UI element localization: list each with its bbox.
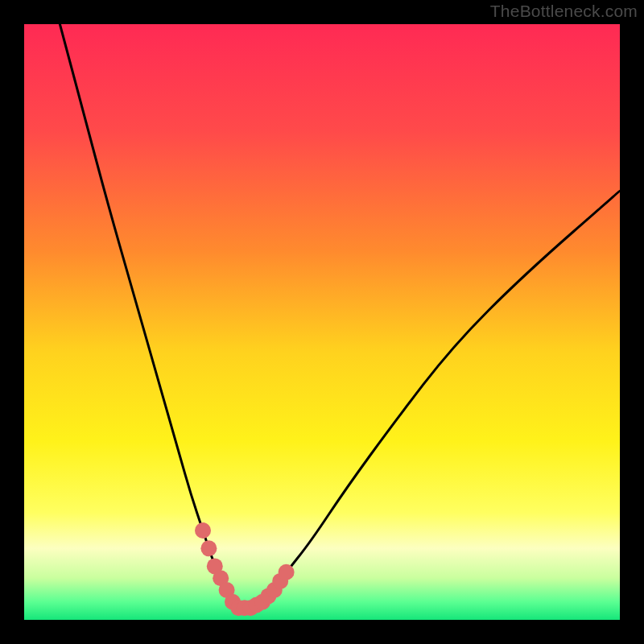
plot-area bbox=[24, 24, 620, 620]
chart-svg bbox=[24, 24, 620, 620]
gradient-background bbox=[24, 24, 620, 620]
chart-frame: TheBottleneck.com bbox=[0, 0, 644, 644]
marker-dot bbox=[279, 564, 295, 580]
marker-dot bbox=[200, 540, 217, 556]
watermark-text: TheBottleneck.com bbox=[490, 2, 638, 21]
marker-dot bbox=[195, 522, 211, 539]
